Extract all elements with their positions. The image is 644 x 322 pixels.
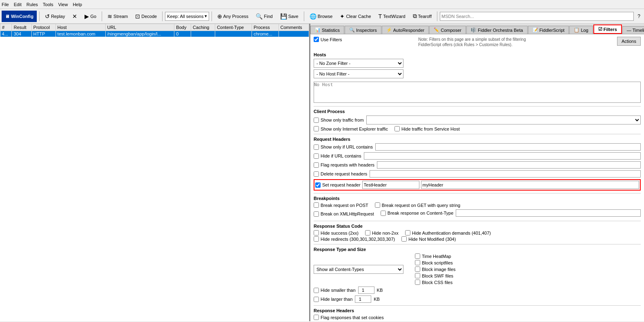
hide-success-label[interactable]: Hide success (2xx) [314,230,359,235]
go-button[interactable]: ▶ Go [82,11,99,22]
hide-service-host-label[interactable]: Hide traffic from Service Host [394,126,460,131]
col-process[interactable]: Process [252,24,279,31]
winconfig-button[interactable]: 🖥 WinConfig [2,11,37,22]
set-request-header-checkbox[interactable] [315,182,321,188]
menu-rules[interactable]: Rules [27,2,38,7]
flag-set-cookies-checkbox[interactable] [314,315,319,320]
tab-statistics[interactable]: 📊 Statistics [310,26,344,34]
break-xml-label[interactable]: Break on XMLHttpRequest [314,209,374,218]
hide-redirects-checkbox[interactable] [314,236,319,242]
menu-tools[interactable]: Tools [43,2,53,7]
block-scriptfiles-checkbox[interactable] [415,260,420,265]
hide-service-host-checkbox[interactable] [394,126,400,131]
hide-not-modified-label[interactable]: Hide Not Modified (304) [401,236,456,242]
traffic-process-select[interactable] [366,115,641,124]
col-host[interactable]: Host [56,24,105,31]
hide-larger-checkbox[interactable] [314,297,319,302]
hide-redirects-label[interactable]: Hide redirects (300,301,302,303,307) [314,236,395,242]
use-filters-checkbox[interactable] [314,37,319,42]
tab-composer[interactable]: ✏️ Composer [429,26,466,34]
set-request-header-label[interactable]: Set request header [315,182,361,188]
tab-inspectors[interactable]: 🔍 Inspectors [345,26,381,34]
block-css-checkbox[interactable] [415,280,420,285]
hide-larger-label[interactable]: Hide larger than [314,297,352,302]
hide-smaller-label[interactable]: Hide smaller than [314,288,356,293]
menu-help[interactable]: Help [73,2,82,7]
col-result[interactable]: Result [12,24,31,31]
time-heatmap-label[interactable]: Time HeatMap [415,253,456,259]
hide-smaller-input[interactable] [358,286,374,294]
block-swf-label[interactable]: Block SWF files [415,273,456,278]
hide-success-checkbox[interactable] [314,230,319,235]
hide-url-contains-input[interactable] [364,152,641,160]
tab-filters[interactable]: ☑ Filters [593,24,622,34]
tab-fiddlerscript[interactable]: 📝 FiddlerScript [528,26,569,34]
actions-button[interactable]: Actions [617,37,641,46]
hide-non2xx-checkbox[interactable] [365,230,370,235]
set-header-value-input[interactable] [421,181,639,189]
block-css-label[interactable]: Block CSS files [415,280,456,285]
hide-not-modified-checkbox[interactable] [401,236,407,242]
col-body[interactable]: Body [174,24,191,31]
msdn-search-input[interactable] [440,12,634,21]
replay-button[interactable]: ↺ Replay [42,11,68,22]
delete-request-headers-checkbox[interactable] [314,171,319,177]
textwizard-button[interactable]: T TextWizard [376,11,408,22]
show-url-contains-checkbox[interactable] [314,144,319,150]
break-post-label[interactable]: Break request on POST [314,202,368,208]
col-content-type[interactable]: Content-Type [215,24,252,31]
host-filter-select[interactable]: - No Host Filter - [314,69,403,78]
time-heatmap-checkbox[interactable] [415,253,420,259]
hide-non2xx-label[interactable]: Hide non-2xx [365,230,399,235]
block-imagefiles-checkbox[interactable] [415,266,420,272]
set-header-name-input[interactable] [362,181,419,189]
break-get-checkbox[interactable] [375,202,380,208]
tab-autoresponder[interactable]: ⚡ AutoResponder [382,26,429,34]
col-protocol[interactable]: Protocol [31,24,56,31]
tab-orchestra[interactable]: 🎼 Fiddler Orchestra Beta [466,26,528,34]
hide-auth-checkbox[interactable] [405,230,410,235]
decode-button[interactable]: ⊡ Decode [132,11,160,22]
clear-cache-button[interactable]: ✦ Clear Cache [337,11,374,22]
menu-view[interactable]: View [58,2,68,7]
hide-smaller-checkbox[interactable] [314,288,319,293]
show-only-traffic-label[interactable]: Show only traffic from [314,118,364,123]
flag-set-cookies-label[interactable]: Flag responses that set cookies [314,315,384,320]
hosts-textarea[interactable] [314,82,641,103]
break-response-checkbox[interactable] [381,211,386,216]
tab-timeline[interactable]: — Timeline [622,26,644,34]
show-url-contains-input[interactable] [375,143,641,151]
table-row[interactable]: 4... 304 HTTP test.lemonban.com /ningmen… [0,31,309,37]
col-comments[interactable]: Comments [279,24,309,31]
hide-larger-input[interactable] [355,295,371,303]
save-button[interactable]: 💾 Save [277,11,301,22]
find-button[interactable]: 🔍 Find [253,11,275,22]
menu-file[interactable]: File [2,2,9,7]
hide-url-contains-label[interactable]: Hide if URL contains [314,153,361,159]
show-ie-checkbox[interactable] [314,126,319,131]
use-filters-label[interactable]: Use Filters [314,37,342,42]
browse-button[interactable]: 🌐 Browse [307,11,336,22]
delete-request-headers-label[interactable]: Delete request headers [314,171,367,177]
break-response-input[interactable] [456,209,641,217]
msdn-search-help[interactable]: ? [635,11,642,22]
stream-button[interactable]: ≋ Stream [105,11,131,22]
keep-dropdown[interactable]: Keep: All sessions ▾ [165,12,209,21]
menu-edit[interactable]: Edit [14,2,22,7]
show-only-traffic-checkbox[interactable] [314,118,319,123]
any-process-button[interactable]: ⊕ Any Process [214,11,252,22]
col-caching[interactable]: Caching [191,24,215,31]
break-xml-checkbox[interactable] [314,211,319,217]
show-ie-label[interactable]: Show only Internet Explorer traffic [314,126,388,131]
hide-auth-label[interactable]: Hide Authentication demands (401,407) [405,230,491,235]
tearoff-button[interactable]: ⧉ Tearoff [410,11,435,22]
show-url-contains-label[interactable]: Show only if URL contains [314,144,373,150]
content-type-select[interactable]: Show all Content-Types [314,265,403,274]
flag-requests-headers-label[interactable]: Flag requests with headers [314,162,374,168]
block-scriptfiles-label[interactable]: Block scriptfiles [415,260,456,265]
zone-filter-select[interactable]: - No Zone Filter - [314,59,403,68]
block-imagefiles-label[interactable]: Block image files [415,266,456,272]
tab-log[interactable]: 📋 Log [569,26,593,34]
flag-requests-headers-input[interactable] [377,161,641,169]
col-num[interactable]: # [0,24,12,31]
